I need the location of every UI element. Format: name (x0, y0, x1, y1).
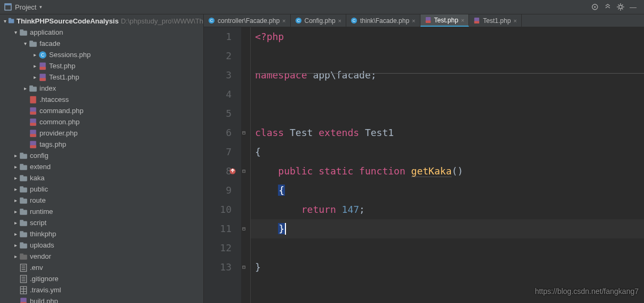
tree-arrow-icon[interactable]: ▸ (21, 85, 29, 91)
tree-item[interactable]: .htaccess (0, 94, 203, 105)
code-body[interactable]: <?php namespace app\facade; class Test e… (251, 27, 644, 303)
tree-arrow-icon[interactable]: ▸ (12, 242, 19, 248)
svg-rect-47 (20, 209, 23, 210)
tree-arrow-icon[interactable]: ▸ (12, 231, 19, 237)
tree-arrow-icon[interactable]: ▸ (31, 52, 38, 58)
svg-rect-50 (20, 232, 27, 237)
svg-rect-52 (20, 243, 27, 248)
tree-item[interactable]: ▸uploads (0, 240, 203, 251)
tree-item[interactable]: ▸thinkphp (0, 228, 203, 240)
code-token: ; (359, 204, 365, 215)
editor-tab[interactable]: Test1.php× (469, 14, 521, 27)
tree-arrow-icon[interactable]: ▸ (12, 175, 19, 181)
gear-icon[interactable] (617, 3, 624, 11)
php-c-icon: C (351, 17, 357, 24)
tree-arrow-icon[interactable]: ▸ (31, 74, 38, 80)
svg-rect-36 (20, 154, 27, 158)
svg-rect-16 (20, 29, 23, 31)
line-number: 3 (204, 66, 232, 85)
editor-tab[interactable]: Test.php× (420, 14, 470, 27)
tree-arrow-icon[interactable]: ▸ (12, 186, 19, 192)
svg-point-3 (594, 6, 596, 8)
tree-item-label: application (30, 28, 63, 36)
tree-item[interactable]: tags.php (0, 139, 203, 150)
tree-arrow-icon[interactable]: ▾ (21, 41, 29, 46)
tree-arrow-icon[interactable]: ▸ (12, 153, 19, 158)
tree-item[interactable]: ▸route (0, 195, 203, 206)
tree-item[interactable]: ▸extend (0, 161, 203, 172)
php-file-icon (425, 17, 432, 23)
editor-tabs: Ccontroller\Facade.php×CConfig.php×Cthin… (204, 14, 644, 27)
tree-arrow-icon[interactable]: ▸ (12, 209, 19, 214)
tree-item[interactable]: ▸config (0, 150, 203, 161)
svg-rect-1 (5, 4, 11, 5)
tree-item[interactable]: .gitignore (0, 273, 203, 284)
close-icon[interactable]: × (412, 18, 415, 24)
tree-item[interactable]: common.php (0, 116, 203, 127)
tree-item[interactable]: ▸public (0, 184, 203, 195)
php-c-icon: C (208, 17, 215, 24)
tree-item-label: kaka (30, 174, 44, 182)
dropdown-arrow-icon[interactable]: ▾ (39, 4, 42, 10)
code-token: public static function (278, 165, 411, 177)
tree-arrow-icon[interactable]: ▸ (12, 220, 19, 226)
svg-rect-24 (39, 78, 45, 81)
tree-item[interactable]: command.php (0, 105, 203, 116)
tree-item[interactable]: ▸Test.php (0, 60, 203, 71)
code-token: Test1 (365, 127, 394, 138)
tree-item[interactable]: ▸Test1.php (0, 71, 203, 83)
tree-arrow-icon[interactable]: ▸ (12, 253, 19, 259)
editor-tab[interactable]: Ccontroller\Facade.php× (204, 14, 291, 27)
tree-item-label: Test.php (49, 62, 75, 70)
tree-item[interactable]: ▸runtime (0, 206, 203, 217)
close-icon[interactable]: × (338, 18, 341, 24)
tree-item[interactable]: ▸CSessions.php (0, 49, 203, 60)
tree-item[interactable]: ▸vendor (0, 251, 203, 262)
tree-item[interactable]: .travis.yml (0, 284, 203, 296)
tree-arrow-icon[interactable]: ▾ (12, 29, 19, 35)
editor-tab[interactable]: CConfig.php× (291, 14, 346, 27)
tree-arrow-icon[interactable]: ▸ (12, 164, 19, 170)
code-token: ; (371, 69, 377, 81)
tree-item[interactable]: ▸script (0, 217, 203, 228)
code-editor[interactable]: 12345678910111213 ⊟ ⊟ ⊟ ⊟ <?php namespac… (204, 27, 644, 303)
tree-item[interactable]: ▾facade (0, 38, 203, 49)
tree-item[interactable]: ▸index (0, 83, 203, 94)
close-icon[interactable]: × (513, 18, 516, 24)
svg-rect-79 (474, 21, 479, 23)
tree-item[interactable]: ▸kaka (0, 172, 203, 184)
svg-rect-14 (9, 18, 11, 20)
fold-close-icon[interactable]: ⊟ (242, 258, 245, 277)
tree-item[interactable]: .env (0, 262, 203, 273)
code-token: class (255, 127, 290, 138)
tree-item-label: .env (30, 264, 43, 272)
line-gutter: 12345678910111213 (204, 27, 241, 303)
tree-root[interactable]: ▾ ThinkPHPSourceCodeAnalysis D:\phpstudy… (0, 15, 203, 27)
editor-tab[interactable]: Cthink\Facade.php× (346, 14, 420, 27)
project-label[interactable]: Project (15, 3, 36, 11)
php-file-icon (19, 297, 28, 304)
chevron-down-icon[interactable]: ▾ (2, 18, 8, 24)
fold-open-icon[interactable]: ⊟ (242, 123, 245, 142)
tree-item[interactable]: ▾application (0, 27, 203, 38)
code-token: } (255, 261, 261, 273)
svg-rect-17 (29, 42, 37, 46)
close-icon[interactable]: × (461, 17, 464, 23)
fold-open-icon[interactable]: ⊟ (242, 162, 245, 181)
svg-rect-39 (20, 164, 23, 165)
override-up-icon[interactable] (228, 162, 237, 181)
hide-panel-icon[interactable]: — (630, 3, 637, 11)
project-panel-icon[interactable] (4, 3, 12, 11)
fold-close-icon[interactable]: ⊟ (242, 219, 245, 238)
tree-arrow-icon[interactable]: ▸ (31, 63, 38, 69)
tree-arrow-icon[interactable]: ▸ (12, 197, 19, 203)
svg-rect-43 (20, 186, 23, 188)
tree-item[interactable]: build.php (0, 296, 203, 303)
code-token: { (255, 146, 261, 157)
tab-label: Config.php (305, 17, 336, 25)
project-sidebar[interactable]: ▾ ThinkPHPSourceCodeAnalysis D:\phpstudy… (0, 14, 204, 303)
collapse-all-icon[interactable] (604, 3, 611, 11)
close-icon[interactable]: × (282, 18, 285, 24)
tree-item[interactable]: provider.php (0, 127, 203, 139)
locate-icon[interactable] (591, 3, 599, 11)
